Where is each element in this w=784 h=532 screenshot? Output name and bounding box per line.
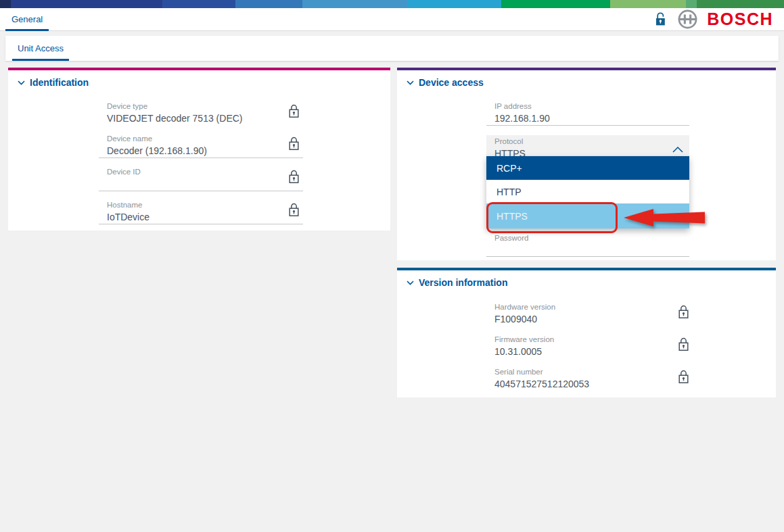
app-window: General BOSCH — [0, 0, 784, 532]
chevron-up-icon — [672, 143, 683, 155]
tab-general[interactable]: General — [5, 8, 49, 30]
lock-icon — [288, 103, 300, 122]
top-bar: General BOSCH — [0, 8, 784, 31]
bosch-wordmark: BOSCH — [707, 8, 773, 30]
chevron-down-icon — [18, 80, 25, 85]
device-id-field[interactable]: Device ID — [99, 168, 303, 191]
hardware-version-field: Hardware version F1009040 — [486, 303, 689, 326]
tab-general-label: General — [11, 14, 43, 24]
protocol-select[interactable]: Protocol HTTPS — [486, 135, 689, 159]
topbar-right: BOSCH — [654, 8, 773, 30]
serial-number-field: Serial number 404571527512120053 — [486, 368, 689, 391]
protocol-option-http[interactable]: HTTP — [486, 180, 689, 203]
panel-title: Version information — [419, 276, 507, 289]
device-access-panel: Device access IP address 192.168.1.90 Pr… — [397, 68, 776, 260]
hostname-input[interactable]: IoTDevice — [99, 212, 303, 223]
field-label: Device ID — [99, 168, 303, 176]
field-label: Hostname — [99, 201, 303, 210]
device-access-fields: IP address 192.168.1.90 Protocol HTTPS R… — [486, 102, 689, 257]
field-label: Device type — [99, 102, 303, 111]
hardware-version-value: F1009040 — [486, 314, 689, 325]
serial-number-value: 404571527512120053 — [486, 379, 689, 390]
lock-icon — [678, 369, 689, 387]
field-label: Serial number — [486, 368, 689, 377]
field-label: Firmware version — [486, 335, 689, 344]
lock-icon — [288, 136, 300, 154]
device-access-header[interactable]: Device access — [407, 76, 484, 89]
ip-address-field[interactable]: IP address 192.168.1.90 — [486, 102, 689, 126]
device-name-input[interactable]: Decoder (192.168.1.90) — [99, 145, 303, 157]
identification-header[interactable]: Identification — [18, 76, 89, 89]
identification-fields: Device type VIDEOJET decoder 7513 (DEC) … — [99, 102, 303, 234]
hostname-field[interactable]: Hostname IoTDevice — [99, 201, 303, 224]
version-fields: Hardware version F1009040 Firmware versi… — [486, 303, 689, 400]
lock-icon — [288, 202, 300, 220]
version-information-panel: Version information Hardware version F10… — [397, 268, 776, 397]
firmware-version-value: 10.31.0005 — [486, 346, 689, 358]
password-field[interactable]: Password — [486, 234, 689, 257]
field-label: Protocol — [486, 135, 689, 146]
identification-panel: Identification Device type VIDEOJET deco… — [8, 68, 390, 231]
field-label: Hardware version — [486, 303, 689, 312]
lock-icon — [288, 169, 300, 187]
protocol-option-rcp[interactable]: RCP+ — [486, 156, 689, 180]
lock-icon — [678, 337, 689, 355]
tab-unit-access-label: Unit Access — [18, 43, 64, 53]
version-information-header[interactable]: Version information — [407, 276, 507, 289]
unlock-icon[interactable] — [654, 11, 668, 28]
panel-title: Device access — [419, 76, 484, 89]
ip-address-input[interactable]: 192.168.1.90 — [486, 113, 689, 124]
sub-nav: Unit Access — [5, 36, 779, 61]
device-name-field[interactable]: Device name Decoder (192.168.1.90) — [99, 135, 303, 158]
panel-title: Identification — [30, 76, 89, 89]
protocol-dropdown: RCP+ HTTP HTTPS — [486, 156, 689, 228]
field-label: Password — [486, 234, 689, 243]
bosch-logo-icon — [677, 9, 698, 30]
device-type-value: VIDEOJET decoder 7513 (DEC) — [99, 113, 303, 124]
lock-icon — [678, 304, 689, 322]
field-label: Device name — [99, 135, 303, 143]
device-type-field: Device type VIDEOJET decoder 7513 (DEC) — [99, 102, 303, 125]
chevron-down-icon — [407, 281, 414, 285]
protocol-option-https[interactable]: HTTPS — [486, 203, 689, 228]
bosch-supergraphic — [0, 0, 784, 8]
field-label: IP address — [486, 102, 689, 111]
firmware-version-field: Firmware version 10.31.0005 — [486, 335, 689, 358]
chevron-down-icon — [407, 80, 414, 85]
tab-unit-access[interactable]: Unit Access — [12, 36, 69, 61]
